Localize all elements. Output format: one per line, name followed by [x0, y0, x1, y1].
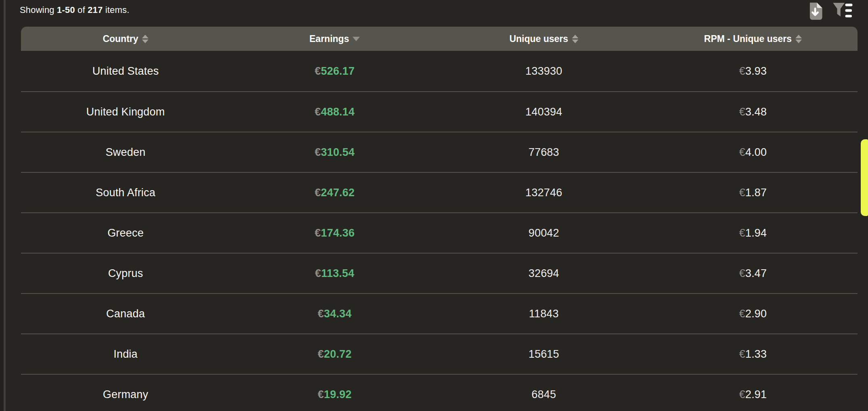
earnings-value: 113.54 — [321, 267, 354, 279]
cell-unique-users: 15615 — [439, 348, 649, 361]
cell-country: Germany — [21, 388, 230, 401]
cell-rpm: €1.33 — [649, 348, 858, 361]
rpm-value: 3.47 — [745, 267, 767, 279]
rpm-value: 2.90 — [745, 308, 767, 320]
table-row: United Kingdom€488.14140394€3.48 — [21, 91, 858, 132]
sort-desc-icon — [353, 37, 360, 41]
scrollbar-thumb[interactable] — [861, 139, 868, 216]
sort-down-arrow — [142, 40, 148, 43]
sort-down-arrow — [572, 40, 578, 43]
left-panel-divider — [4, 0, 6, 411]
sort-up-arrow — [572, 35, 578, 38]
cell-country: United Kingdom — [21, 106, 230, 118]
rpm-value: 1.33 — [745, 348, 767, 360]
sort-up-arrow — [142, 35, 148, 38]
earnings-value: 526.17 — [321, 65, 355, 77]
cell-earnings: €174.36 — [230, 227, 440, 239]
cell-rpm: €2.90 — [649, 308, 858, 320]
earnings-value: 34.34 — [324, 308, 352, 320]
earnings-value: 20.72 — [324, 348, 352, 360]
cell-earnings: €113.54 — [230, 267, 440, 280]
cell-unique-users: 6845 — [439, 388, 649, 401]
currency-symbol: € — [739, 348, 745, 360]
column-header-label: Country — [103, 34, 138, 44]
cell-country: Canada — [21, 308, 230, 320]
rpm-value: 1.87 — [745, 187, 767, 199]
rpm-value: 4.00 — [745, 146, 767, 158]
file-download-icon — [807, 2, 823, 20]
cell-country: Sweden — [21, 146, 230, 159]
currency-symbol: € — [739, 146, 745, 158]
currency-symbol: € — [318, 348, 324, 360]
currency-symbol: € — [315, 106, 321, 118]
currency-symbol: € — [739, 106, 745, 118]
cell-rpm: €3.47 — [649, 267, 858, 280]
earnings-value: 19.92 — [324, 388, 352, 401]
currency-symbol: € — [318, 388, 324, 401]
cell-earnings: €34.34 — [230, 308, 440, 320]
currency-symbol: € — [739, 227, 745, 239]
cell-rpm: €3.48 — [649, 106, 858, 118]
left-panel-edge — [0, 0, 4, 411]
filter-button[interactable] — [833, 3, 853, 19]
table-body: United States€526.17133930€3.93United Ki… — [21, 51, 858, 411]
cell-rpm: €1.94 — [649, 227, 858, 239]
sort-both-icon — [142, 35, 148, 43]
currency-symbol: € — [739, 308, 745, 320]
table-row: Germany€19.926845€2.91 — [21, 374, 858, 411]
items-label: items. — [103, 5, 129, 15]
cell-rpm: €4.00 — [649, 146, 858, 159]
rpm-value: 2.91 — [745, 388, 767, 401]
cell-rpm: €3.93 — [649, 65, 858, 78]
cell-earnings: €310.54 — [230, 146, 440, 159]
column-header-label: Unique users — [509, 34, 568, 44]
table-header: CountryEarningsUnique usersRPM - Unique … — [21, 27, 858, 51]
cell-earnings: €488.14 — [230, 106, 440, 118]
currency-symbol: € — [318, 308, 324, 320]
earnings-value: 174.36 — [321, 227, 355, 239]
table-row: Canada€34.3411843€2.90 — [21, 293, 858, 333]
earnings-value: 247.62 — [321, 187, 355, 199]
currency-symbol: € — [739, 267, 745, 279]
table-row: Greece€174.3690042€1.94 — [21, 212, 858, 253]
rpm-value: 3.48 — [745, 106, 767, 118]
column-header-earnings[interactable]: Earnings — [230, 34, 440, 44]
cell-unique-users: 11843 — [439, 308, 649, 320]
filter-list-icon — [833, 3, 853, 19]
column-header-label: RPM - Unique users — [704, 34, 792, 44]
cell-earnings: €19.92 — [230, 388, 440, 401]
rpm-value: 3.93 — [745, 65, 767, 77]
cell-unique-users: 90042 — [439, 227, 649, 239]
sort-both-icon — [795, 35, 802, 43]
sort-up-arrow — [795, 35, 802, 38]
currency-symbol: € — [739, 65, 745, 77]
toolbar-actions — [807, 2, 853, 20]
column-header-country[interactable]: Country — [21, 34, 230, 44]
cell-unique-users: 32694 — [439, 267, 649, 280]
table-row: South Africa€247.62132746€1.87 — [21, 172, 858, 212]
column-header-label: Earnings — [309, 34, 349, 44]
currency-symbol: € — [315, 267, 321, 279]
earnings-value: 310.54 — [321, 146, 355, 158]
cell-country: United States — [21, 65, 230, 78]
cell-earnings: €526.17 — [230, 65, 440, 78]
table-row: India€20.7215615€1.33 — [21, 333, 858, 374]
cell-unique-users: 133930 — [439, 65, 649, 78]
table-row: United States€526.17133930€3.93 — [21, 51, 858, 91]
total-count: 217 — [88, 5, 102, 15]
currency-symbol: € — [315, 227, 321, 239]
showing-label: Showing — [20, 5, 57, 15]
cell-unique-users: 77683 — [439, 146, 649, 159]
sort-down-arrow — [795, 40, 802, 43]
download-report-button[interactable] — [807, 2, 823, 20]
column-header-unique-users[interactable]: Unique users — [439, 34, 649, 44]
rpm-value: 1.94 — [745, 227, 767, 239]
currency-symbol: € — [315, 187, 321, 199]
cell-unique-users: 140394 — [439, 106, 649, 118]
cell-country: South Africa — [21, 187, 230, 199]
table-row: Cyprus€113.5432694€3.47 — [21, 253, 858, 293]
sort-down-arrow — [353, 37, 360, 41]
cell-country: Greece — [21, 227, 230, 239]
column-header-rpm-unique-users[interactable]: RPM - Unique users — [649, 34, 858, 44]
cell-country: India — [21, 348, 230, 361]
